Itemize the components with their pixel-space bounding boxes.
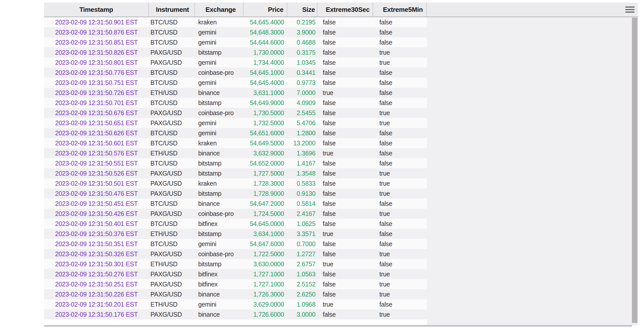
cell-timestamp[interactable]: 2023-02-09 12:31:50.751 EST	[44, 78, 149, 88]
cell-instrument[interactable]: PAXG/USD	[149, 309, 195, 319]
cell-exchange[interactable]: bitfinex	[195, 219, 244, 229]
cell-timestamp[interactable]: 2023-02-09 12:31:50.376 EST	[44, 229, 149, 239]
cell-extreme30sec[interactable]: false	[317, 158, 373, 168]
cell-price[interactable]: 54,645.4000	[244, 78, 287, 88]
cell-timestamp[interactable]: 2023-02-09 12:31:50.726 EST	[44, 88, 149, 98]
column-header-timestamp[interactable]: Timestamp	[44, 3, 149, 17]
cell-extreme5min[interactable]: false	[373, 299, 427, 309]
cell-extreme30sec[interactable]: false	[317, 108, 373, 118]
cell-price[interactable]: 54,645.1000	[244, 68, 287, 78]
table-row[interactable]: 2023-02-09 12:31:50.801 EST PAXG/USD gem…	[44, 57, 427, 68]
cell-extreme30sec[interactable]: false	[317, 118, 373, 128]
cell-price[interactable]: 1,734.4000	[244, 57, 287, 68]
cell-extreme5min[interactable]: false	[373, 128, 427, 138]
cell-price[interactable]: 54,651.6000	[244, 128, 287, 138]
cell-size[interactable]: 5.4706	[287, 118, 317, 128]
column-header-size[interactable]: Size	[287, 3, 317, 17]
cell-size[interactable]: 2.5152	[287, 279, 317, 289]
cell-size[interactable]: 4.0909	[287, 98, 317, 108]
cell-timestamp[interactable]: 2023-02-09 12:31:50.326 EST	[44, 249, 149, 259]
cell-exchange[interactable]: binance	[195, 309, 244, 319]
cell-exchange[interactable]: coinbase-pro	[195, 108, 244, 118]
cell-extreme30sec[interactable]: false	[317, 128, 373, 138]
cell-extreme30sec[interactable]: false	[317, 279, 373, 289]
cell-timestamp[interactable]: 2023-02-09 12:31:50.501 EST	[44, 178, 149, 188]
cell-extreme5min[interactable]: false	[373, 158, 427, 168]
table-row[interactable]: 2023-02-09 12:31:50.376 EST ETH/USD bits…	[44, 229, 427, 239]
cell-exchange[interactable]: binance	[195, 88, 244, 98]
cell-price[interactable]: 1,726.3000	[244, 289, 287, 299]
cell-timestamp[interactable]: 2023-02-09 12:31:50.201 EST	[44, 299, 149, 309]
cell-size[interactable]: 1.0345	[287, 57, 317, 68]
table-row[interactable]: 2023-02-09 12:31:50.501 EST PAXG/USD kra…	[44, 178, 427, 188]
cell-extreme5min[interactable]: false	[373, 17, 427, 27]
cell-instrument[interactable]: PAXG/USD	[149, 289, 195, 299]
cell-price[interactable]: 1,730.5000	[244, 108, 287, 118]
cell-extreme30sec[interactable]: false	[317, 37, 373, 47]
cell-exchange[interactable]: bitstamp	[195, 229, 244, 239]
cell-price[interactable]: 1,726.6000	[244, 309, 287, 319]
table-row[interactable]: 2023-02-09 12:31:50.476 EST PAXG/USD bit…	[44, 188, 427, 199]
cell-timestamp[interactable]: 2023-02-09 12:31:50.801 EST	[44, 57, 149, 68]
cell-exchange[interactable]: bitfinex	[195, 279, 244, 289]
cell-extreme5min[interactable]: true	[373, 269, 427, 279]
cell-extreme5min[interactable]: false	[373, 148, 427, 158]
cell-size[interactable]: 1.0968	[287, 299, 317, 309]
cell-price[interactable]: 54,649.5000	[244, 138, 287, 148]
table-row[interactable]: 2023-02-09 12:31:50.626 EST BTC/USD gemi…	[44, 128, 427, 138]
cell-extreme5min[interactable]: false	[373, 229, 427, 239]
table-row[interactable]: 2023-02-09 12:31:50.351 EST BTC/USD gemi…	[44, 239, 427, 249]
cell-instrument[interactable]: ETH/USD	[149, 229, 195, 239]
cell-extreme30sec[interactable]: false	[317, 188, 373, 199]
cell-extreme5min[interactable]: false	[373, 138, 427, 148]
cell-exchange[interactable]: bitstamp	[195, 158, 244, 168]
cell-size[interactable]: 7.0000	[287, 88, 317, 98]
cell-timestamp[interactable]: 2023-02-09 12:31:50.651 EST	[44, 118, 149, 128]
cell-extreme30sec[interactable]: false	[317, 27, 373, 37]
cell-size[interactable]: 0.7000	[287, 239, 317, 249]
cell-extreme5min[interactable]: false	[373, 239, 427, 249]
cell-instrument[interactable]: ETH/USD	[149, 259, 195, 269]
cell-extreme30sec[interactable]: false	[317, 98, 373, 108]
cell-size[interactable]: 2.6250	[287, 289, 317, 299]
cell-instrument[interactable]: BTC/USD	[149, 17, 195, 27]
cell-exchange[interactable]: bitstamp	[195, 47, 244, 57]
cell-price[interactable]: 54,647.6000	[244, 239, 287, 249]
cell-extreme5min[interactable]: true	[373, 168, 427, 178]
cell-instrument[interactable]: ETH/USD	[149, 88, 195, 98]
cell-size[interactable]: 13.2000	[287, 138, 317, 148]
cell-price[interactable]: 1,730.0000	[244, 47, 287, 57]
cell-timestamp[interactable]: 2023-02-09 12:31:50.401 EST	[44, 219, 149, 229]
cell-timestamp[interactable]: 2023-02-09 12:31:50.351 EST	[44, 239, 149, 249]
cell-price[interactable]: 54,647.2000	[244, 199, 287, 209]
cell-size[interactable]: 1.4167	[287, 158, 317, 168]
cell-price[interactable]: 54,645.0000	[244, 219, 287, 229]
cell-extreme5min[interactable]: true	[373, 188, 427, 199]
cell-exchange[interactable]: bitstamp	[195, 188, 244, 199]
cell-timestamp[interactable]: 2023-02-09 12:31:50.176 EST	[44, 309, 149, 319]
cell-extreme5min[interactable]: false	[373, 199, 427, 209]
cell-extreme30sec[interactable]: false	[317, 17, 373, 27]
cell-extreme30sec[interactable]: true	[317, 299, 373, 309]
cell-extreme5min[interactable]: false	[373, 88, 427, 98]
cell-timestamp[interactable]: 2023-02-09 12:31:50.826 EST	[44, 47, 149, 57]
cell-extreme5min[interactable]: true	[373, 209, 427, 219]
cell-extreme5min[interactable]: false	[373, 78, 427, 88]
cell-exchange[interactable]: bitstamp	[195, 168, 244, 178]
table-row[interactable]: 2023-02-09 12:31:50.876 EST BTC/USD gemi…	[44, 27, 427, 37]
cell-instrument[interactable]: PAXG/USD	[149, 188, 195, 199]
cell-instrument[interactable]: BTC/USD	[149, 128, 195, 138]
cell-timestamp[interactable]: 2023-02-09 12:31:50.251 EST	[44, 279, 149, 289]
cell-timestamp[interactable]: 2023-02-09 12:31:50.551 EST	[44, 158, 149, 168]
cell-extreme5min[interactable]: true	[373, 57, 427, 68]
cell-extreme5min[interactable]: false	[373, 27, 427, 37]
cell-timestamp[interactable]: 2023-02-09 12:31:50.876 EST	[44, 27, 149, 37]
cell-exchange[interactable]: kraken	[195, 138, 244, 148]
cell-exchange[interactable]: gemini	[195, 299, 244, 309]
cell-size[interactable]: 0.9130	[287, 188, 317, 199]
cell-size[interactable]: 2.5455	[287, 108, 317, 118]
cell-price[interactable]: 3,629.0000	[244, 299, 287, 309]
cell-extreme5min[interactable]: false	[373, 37, 427, 47]
cell-size[interactable]: 0.9773	[287, 78, 317, 88]
cell-timestamp[interactable]: 2023-02-09 12:31:50.451 EST	[44, 199, 149, 209]
